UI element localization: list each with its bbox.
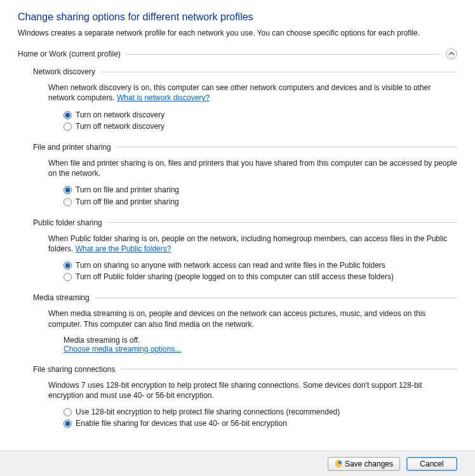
fileprint-desc: When file and printer sharing is on, fil… bbox=[48, 158, 457, 178]
discovery-desc: When network discovery is on, this compu… bbox=[48, 83, 457, 103]
discovery-on-radio[interactable]: Turn on network discovery bbox=[64, 110, 457, 120]
cancel-button-label: Cancel bbox=[420, 459, 443, 468]
shield-icon bbox=[335, 460, 342, 468]
section-title-discovery: Network discovery bbox=[33, 67, 100, 76]
encryption-40-radio[interactable]: Enable file sharing for devices that use… bbox=[64, 418, 457, 428]
page-intro: Windows creates a separate network profi… bbox=[18, 28, 457, 38]
media-desc: When media streaming is on, people and d… bbox=[48, 308, 457, 329]
discovery-off-input[interactable] bbox=[64, 122, 72, 131]
encryption-40-input[interactable] bbox=[64, 420, 72, 428]
fileprint-off-radio[interactable]: Turn off file and printer sharing bbox=[64, 197, 457, 207]
discovery-off-label: Turn off network discovery bbox=[76, 121, 164, 131]
cancel-button[interactable]: Cancel bbox=[406, 457, 457, 471]
discovery-on-label: Turn on network discovery bbox=[76, 110, 164, 120]
divider bbox=[100, 72, 457, 72]
publicfolder-off-label: Turn off Public folder sharing (people l… bbox=[76, 272, 394, 282]
encryption-40-label: Enable file sharing for devices that use… bbox=[76, 418, 287, 428]
publicfolder-off-radio[interactable]: Turn off Public folder sharing (people l… bbox=[64, 272, 457, 282]
choose-media-streaming-link[interactable]: Choose media streaming options... bbox=[64, 345, 181, 354]
discovery-on-input[interactable] bbox=[64, 111, 72, 119]
fileprint-on-radio[interactable]: Turn on file and printer sharing bbox=[64, 185, 457, 195]
what-are-public-folders-link[interactable]: What are the Public folders? bbox=[76, 244, 171, 253]
encryption-128-label: Use 128-bit encryption to help protect f… bbox=[76, 407, 340, 417]
publicfolder-desc: When Public folder sharing is on, people… bbox=[48, 234, 457, 254]
divider bbox=[95, 298, 457, 298]
publicfolder-off-input[interactable] bbox=[64, 273, 72, 281]
profile-header[interactable]: Home or Work (current profile) bbox=[18, 48, 457, 60]
collapse-button[interactable] bbox=[446, 48, 457, 60]
discovery-off-radio[interactable]: Turn off network discovery bbox=[64, 121, 457, 131]
encryption-128-radio[interactable]: Use 128-bit encryption to help protect f… bbox=[64, 407, 457, 417]
fileprint-on-label: Turn on file and printer sharing bbox=[76, 185, 179, 195]
fileprint-on-input[interactable] bbox=[64, 186, 72, 194]
save-button-label: Save changes bbox=[345, 459, 393, 468]
section-title-encryption: File sharing connections bbox=[33, 365, 120, 374]
media-status: Media streaming is off. bbox=[64, 336, 457, 345]
profile-name: Home or Work (current profile) bbox=[18, 50, 126, 58]
divider bbox=[107, 222, 457, 223]
encryption-128-input[interactable] bbox=[64, 408, 72, 416]
fileprint-off-label: Turn off file and printer sharing bbox=[76, 197, 179, 207]
divider bbox=[116, 147, 457, 147]
save-changes-button[interactable]: Save changes bbox=[328, 457, 400, 471]
section-title-fileprint: File and printer sharing bbox=[33, 143, 116, 152]
chevron-up-icon bbox=[448, 51, 455, 57]
publicfolder-on-radio[interactable]: Turn on sharing so anyone with network a… bbox=[64, 260, 457, 270]
discovery-desc-text: When network discovery is on, this compu… bbox=[48, 83, 431, 102]
publicfolder-on-input[interactable] bbox=[64, 261, 72, 270]
encryption-desc: Windows 7 uses 128-bit encryption to hel… bbox=[48, 380, 457, 400]
section-title-media: Media streaming bbox=[33, 293, 95, 302]
what-is-network-discovery-link[interactable]: What is network discovery? bbox=[117, 93, 210, 102]
divider bbox=[126, 54, 441, 55]
publicfolder-on-label: Turn on sharing so anyone with network a… bbox=[76, 260, 385, 270]
footer-bar: Save changes Cancel bbox=[0, 451, 475, 476]
section-title-publicfolder: Public folder sharing bbox=[33, 218, 107, 227]
divider bbox=[120, 369, 457, 369]
page-title: Change sharing options for different net… bbox=[18, 11, 457, 23]
fileprint-off-input[interactable] bbox=[64, 198, 72, 206]
